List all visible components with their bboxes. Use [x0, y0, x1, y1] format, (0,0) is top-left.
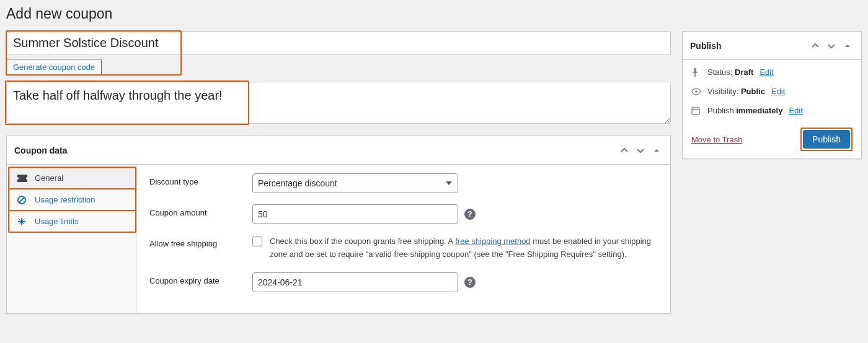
visibility-label: Visibility: Public [707, 87, 765, 96]
publish-button[interactable]: Publish [803, 130, 850, 149]
pin-icon [691, 68, 701, 77]
coupon-data-box: Coupon data [6, 136, 671, 314]
free-shipping-description: Check this box if the coupon grants free… [270, 235, 658, 261]
highlight-publish: Publish [800, 128, 852, 151]
tab-usage-restriction-label: Usage restriction [35, 195, 95, 204]
coupon-data-tabs: General Usage restriction [7, 165, 137, 313]
ban-icon [17, 196, 29, 204]
expiry-date-label: Coupon expiry date [149, 272, 252, 285]
tab-usage-limits[interactable]: Usage limits [7, 211, 136, 232]
coupon-description-input[interactable]: Take half off halfway through the year! [6, 82, 671, 124]
toggle-up-icon[interactable] [650, 144, 663, 157]
publish-box: Publish [682, 31, 862, 159]
publish-header: Publish [690, 41, 722, 51]
coupon-data-header: Coupon data [14, 145, 68, 155]
coupon-title-input[interactable] [7, 32, 670, 54]
coupon-expiry-input[interactable] [252, 272, 458, 292]
tab-usage-limits-label: Usage limits [35, 217, 79, 226]
tab-general[interactable]: General [7, 167, 136, 189]
eye-icon [691, 88, 701, 95]
move-up-icon[interactable] [618, 144, 631, 157]
move-to-trash-link[interactable]: Move to Trash [691, 135, 742, 144]
generate-coupon-code-button[interactable]: Generate coupon code [6, 59, 102, 76]
toggle-up-icon[interactable] [841, 40, 854, 52]
coupon-amount-label: Coupon amount [149, 204, 252, 217]
move-up-icon[interactable] [809, 40, 822, 52]
svg-line-1 [19, 198, 24, 202]
edit-visibility-link[interactable]: Edit [771, 87, 785, 96]
status-label: Status: Draft [707, 67, 753, 77]
edit-schedule-link[interactable]: Edit [789, 106, 802, 115]
tab-general-label: General [35, 173, 63, 183]
discount-type-label: Discount type [149, 173, 252, 186]
coupon-amount-input[interactable] [252, 204, 458, 224]
free-shipping-label: Allow free shipping [149, 235, 252, 248]
edit-status-link[interactable]: Edit [760, 67, 773, 77]
coupon-title-container [6, 31, 671, 55]
svg-point-6 [695, 90, 698, 93]
ticket-icon [17, 175, 29, 182]
move-down-icon[interactable] [825, 40, 838, 52]
help-icon[interactable]: ? [464, 277, 476, 288]
free-shipping-method-link[interactable]: free shipping method [455, 237, 530, 246]
discount-type-select[interactable]: Percentage discount [252, 173, 458, 193]
schedule-label: Publish immediately [707, 106, 782, 115]
calendar-icon [691, 106, 701, 115]
tab-usage-restriction[interactable]: Usage restriction [7, 189, 136, 211]
limits-icon [17, 217, 29, 226]
page-title: Add new coupon [6, 6, 862, 22]
help-icon[interactable]: ? [464, 209, 476, 220]
move-down-icon[interactable] [634, 144, 647, 157]
free-shipping-checkbox[interactable] [252, 237, 262, 246]
svg-rect-7 [692, 108, 699, 115]
